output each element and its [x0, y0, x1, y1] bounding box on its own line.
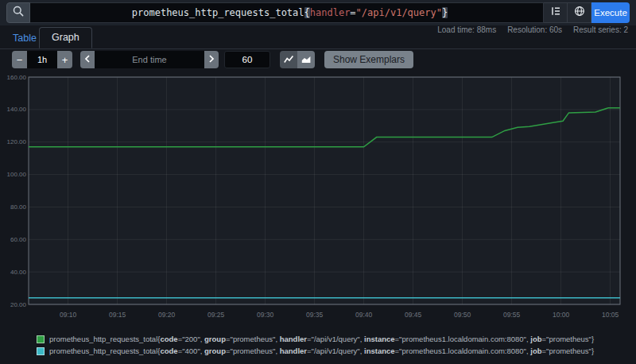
- x-tick-label: 09:50: [454, 311, 471, 319]
- y-tick-label: 100.00: [7, 171, 27, 178]
- y-tick-label: 20.00: [10, 301, 27, 308]
- search-button[interactable]: [6, 2, 30, 23]
- stacked-chart-icon: [301, 53, 312, 67]
- chevron-right-icon: [207, 54, 215, 66]
- tabs-row: Table Graph Load time: 88msResolution: 6…: [0, 25, 636, 49]
- y-tick-label: 140.00: [7, 106, 27, 113]
- x-tick-label: 10:00: [553, 311, 570, 319]
- x-tick-label: 09:55: [503, 311, 521, 319]
- query-input-group: prometheus_http_requests_total{handler="…: [6, 2, 630, 23]
- end-time-picker: [80, 51, 219, 68]
- tab-table[interactable]: Table: [13, 33, 37, 44]
- x-tick-label: 09:20: [158, 311, 176, 319]
- x-tick-label: 09:10: [60, 311, 77, 319]
- range-decrement-button[interactable]: −: [12, 51, 27, 68]
- end-time-back-button[interactable]: [80, 51, 95, 68]
- range-stepper: − +: [12, 51, 72, 68]
- line-graph-button[interactable]: [280, 51, 297, 68]
- label-value: "/api/v1/query": [356, 7, 442, 18]
- legend-item[interactable]: prometheus_http_requests_total{code="400…: [37, 347, 594, 355]
- legend: prometheus_http_requests_total{code="200…: [37, 335, 594, 358]
- x-tick-label: 10:05: [602, 311, 619, 319]
- range-increment-button[interactable]: +: [57, 51, 72, 68]
- range-input[interactable]: [27, 51, 57, 68]
- x-tick-label: 09:40: [355, 311, 373, 319]
- open-brace: {: [304, 7, 310, 18]
- end-time-forward-button[interactable]: [204, 51, 219, 68]
- x-tick-label: 09:45: [405, 311, 422, 319]
- stacked-graph-button[interactable]: [297, 51, 315, 68]
- close-brace: }: [442, 7, 448, 18]
- end-time-input[interactable]: [95, 51, 204, 68]
- load-time: Load time: 88ms: [437, 25, 496, 34]
- tree-view-icon: [550, 6, 561, 20]
- execute-button[interactable]: Execute: [591, 2, 630, 23]
- legend-item[interactable]: prometheus_http_requests_total{code="200…: [37, 335, 594, 343]
- graph-panel: 160.00140.00120.00100.0080.0060.0040.002…: [0, 70, 636, 332]
- legend-swatch: [37, 347, 45, 355]
- x-tick-label: 09:35: [306, 311, 324, 319]
- line-chart-icon: [283, 53, 294, 67]
- y-tick-label: 80.00: [10, 203, 27, 211]
- tab-graph[interactable]: Graph: [39, 27, 92, 48]
- query-bar: prometheus_http_requests_total{handler="…: [0, 0, 636, 25]
- search-icon: [12, 5, 25, 21]
- resolution: Resolution: 60s: [507, 25, 562, 34]
- y-tick-label: 60.00: [10, 236, 27, 243]
- x-tick-label: 09:30: [257, 311, 274, 319]
- show-exemplars-button[interactable]: Show Exemplars: [324, 51, 413, 68]
- y-tick-label: 40.00: [10, 269, 27, 276]
- globe-icon: [573, 5, 586, 21]
- y-tick-label: 120.00: [7, 138, 27, 145]
- metric-name: prometheus_http_requests_total: [132, 7, 304, 18]
- query-stats: Load time: 88msResolution: 60sResult ser…: [426, 25, 628, 34]
- x-tick-label: 09:15: [109, 311, 126, 319]
- result-series: Result series: 2: [573, 25, 628, 34]
- graph-canvas[interactable]: 160.00140.00120.00100.0080.0060.0040.002…: [0, 70, 636, 332]
- y-tick-label: 160.00: [7, 74, 27, 81]
- legend-swatch: [37, 335, 45, 343]
- legend-label: prometheus_http_requests_total{code="200…: [49, 335, 594, 343]
- metrics-explorer-button[interactable]: [568, 2, 591, 23]
- resolution-input[interactable]: [224, 51, 270, 68]
- equals-sign: =: [350, 7, 355, 18]
- chevron-left-icon: [83, 54, 91, 66]
- expression-input[interactable]: prometheus_http_requests_total{handler="…: [30, 2, 544, 23]
- label-name: handler: [310, 7, 351, 18]
- legend-label: prometheus_http_requests_total{code="400…: [49, 347, 594, 355]
- chart-type-toggle: [280, 51, 315, 68]
- tree-view-button[interactable]: [544, 2, 568, 23]
- x-tick-label: 09:25: [207, 311, 225, 319]
- graph-controls: − +: [0, 51, 636, 70]
